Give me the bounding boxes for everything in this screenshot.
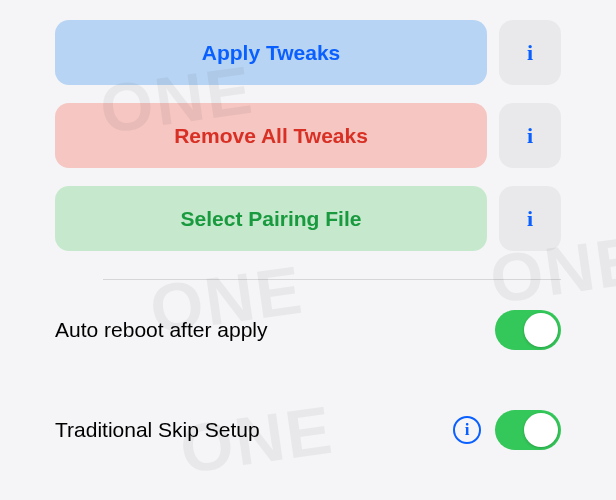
auto-reboot-row: Auto reboot after apply: [55, 280, 561, 380]
remove-tweaks-button[interactable]: Remove All Tweaks: [55, 103, 487, 168]
remove-info-button[interactable]: i: [499, 103, 561, 168]
apply-row: Apply Tweaks i: [55, 20, 561, 85]
apply-label: Apply Tweaks: [202, 41, 341, 65]
skip-setup-controls: i: [453, 410, 561, 450]
skip-setup-label: Traditional Skip Setup: [55, 418, 260, 442]
select-label: Select Pairing File: [181, 207, 362, 231]
info-icon: i: [527, 206, 533, 232]
remove-label: Remove All Tweaks: [174, 124, 368, 148]
apply-info-button[interactable]: i: [499, 20, 561, 85]
toggle-knob: [524, 413, 558, 447]
toggle-knob: [524, 313, 558, 347]
auto-reboot-toggle[interactable]: [495, 310, 561, 350]
skip-setup-row: Traditional Skip Setup i: [55, 380, 561, 480]
apply-tweaks-button[interactable]: Apply Tweaks: [55, 20, 487, 85]
auto-reboot-controls: [495, 310, 561, 350]
skip-setup-info-icon[interactable]: i: [453, 416, 481, 444]
select-info-button[interactable]: i: [499, 186, 561, 251]
select-pairing-button[interactable]: Select Pairing File: [55, 186, 487, 251]
main-container: Apply Tweaks i Remove All Tweaks i Selec…: [0, 0, 616, 480]
info-icon: i: [465, 420, 470, 440]
info-icon: i: [527, 123, 533, 149]
auto-reboot-label: Auto reboot after apply: [55, 318, 267, 342]
skip-setup-toggle[interactable]: [495, 410, 561, 450]
remove-row: Remove All Tweaks i: [55, 103, 561, 168]
settings-section: Auto reboot after apply Traditional Skip…: [55, 280, 561, 480]
info-icon: i: [527, 40, 533, 66]
select-row: Select Pairing File i: [55, 186, 561, 251]
